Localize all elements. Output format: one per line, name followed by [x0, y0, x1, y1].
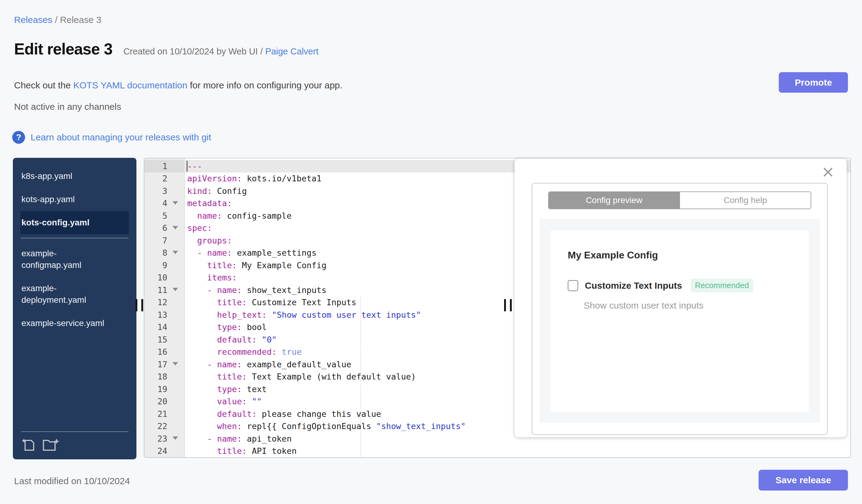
- fold-arrow-icon[interactable]: [172, 201, 178, 204]
- line-number-23[interactable]: 23: [144, 433, 184, 445]
- doc-prefix: Check out the: [14, 80, 73, 90]
- code-token: [187, 335, 217, 344]
- code-token: default:: [217, 335, 257, 344]
- fold-arrow-icon[interactable]: [172, 362, 178, 366]
- code-token: - name:: [197, 248, 232, 257]
- code-token: "": [252, 397, 262, 406]
- line-number-22[interactable]: 22: [144, 420, 184, 433]
- line-number-9[interactable]: 9: [144, 259, 184, 271]
- created-meta: Created on 10/10/2024 by Web UI / Paige …: [123, 47, 318, 56]
- code-token: bool: [242, 322, 267, 332]
- file-item-k8s-app-yaml[interactable]: k8s-app.yaml: [21, 164, 129, 188]
- save-release-button[interactable]: Save release: [759, 470, 848, 491]
- last-modified-note: Last modified on 10/10/2024: [14, 476, 130, 486]
- fold-arrow-icon[interactable]: [172, 436, 178, 440]
- code-token: [187, 285, 207, 295]
- config-panel-card: Config preview Config help My Example Co…: [532, 183, 828, 435]
- doc-line: Check out the KOTS YAML documentation fo…: [14, 80, 342, 91]
- line-number-4[interactable]: 4: [144, 197, 184, 210]
- code-line-25[interactable]: 25 type: password: [144, 457, 850, 458]
- sidebar-bottom-divider: [21, 432, 129, 432]
- add-folder-icon[interactable]: [42, 438, 59, 452]
- file-item-example-configmap-yaml[interactable]: example- configmap.yaml: [21, 242, 129, 277]
- config-item-checkbox[interactable]: [568, 280, 578, 291]
- line-number-11[interactable]: 11: [144, 284, 184, 296]
- created-by-link[interactable]: Paige Calvert: [265, 47, 318, 56]
- line-number-20[interactable]: 20: [144, 395, 184, 408]
- file-item-example-deployment-yaml[interactable]: example- deployment.yaml: [21, 277, 129, 311]
- line-number-17[interactable]: 17: [144, 358, 184, 371]
- line-number-10[interactable]: 10: [144, 271, 184, 284]
- code-token: api_token: [242, 434, 292, 443]
- line-number-2[interactable]: 2: [144, 172, 184, 185]
- fold-arrow-icon[interactable]: [172, 226, 178, 229]
- sidebar-resize-handle[interactable]: [135, 299, 143, 311]
- config-preview-card: My Example Config Customize Text Inputs …: [551, 230, 809, 412]
- code-token: name:: [197, 211, 222, 221]
- main-area: k8s-app.yamlkots-app.yamlkots-config.yam…: [0, 158, 862, 459]
- code-token: [187, 211, 197, 221]
- code-token: [187, 409, 217, 419]
- code-token: title:: [207, 261, 237, 270]
- file-list-divider: [21, 238, 129, 238]
- recommended-badge: Recommended: [691, 279, 753, 292]
- code-line-24[interactable]: 24 title: API token: [144, 445, 850, 457]
- file-item-example-service-yaml[interactable]: example-service.yaml: [21, 311, 129, 335]
- code-token: [267, 310, 272, 320]
- kots-yaml-doc-link[interactable]: KOTS YAML documentation: [73, 80, 187, 90]
- code-token: [187, 446, 217, 456]
- code-token: help_text:: [217, 310, 267, 320]
- code-token: My Example Config: [237, 261, 327, 270]
- line-number-6[interactable]: 6: [144, 222, 184, 235]
- tab-config-help[interactable]: Config help: [679, 192, 811, 209]
- code-token: kind:: [187, 186, 212, 196]
- code-text-25[interactable]: type: password: [184, 457, 850, 458]
- sidebar-icon-row: [21, 438, 129, 452]
- fold-arrow-icon[interactable]: [172, 288, 178, 291]
- code-token: [187, 297, 217, 307]
- line-number-25[interactable]: 25: [144, 457, 184, 458]
- close-icon[interactable]: [822, 167, 834, 178]
- line-number-13[interactable]: 13: [144, 308, 184, 321]
- line-number-12[interactable]: 12: [144, 296, 184, 309]
- code-token: items:: [207, 273, 237, 282]
- line-number-15[interactable]: 15: [144, 333, 184, 346]
- line-number-21[interactable]: 21: [144, 408, 184, 420]
- line-number-1[interactable]: 1: [144, 160, 184, 172]
- line-number-8[interactable]: 8: [144, 247, 184, 259]
- file-sidebar: k8s-app.yamlkots-app.yamlkots-config.yam…: [13, 158, 136, 459]
- code-token: [187, 372, 217, 381]
- line-number-7[interactable]: 7: [144, 234, 184, 247]
- line-number-24[interactable]: 24: [144, 445, 184, 457]
- code-token: please change this value: [257, 409, 381, 419]
- config-item-row: Customize Text Inputs Recommended: [568, 279, 792, 292]
- channel-status: Not active in any channels: [14, 102, 121, 112]
- tab-config-preview[interactable]: Config preview: [549, 192, 679, 209]
- line-number-14[interactable]: 14: [144, 321, 184, 334]
- config-item-help-text: Show custom user text inputs: [584, 300, 792, 311]
- file-list: k8s-app.yamlkots-app.yamlkots-config.yam…: [13, 164, 136, 335]
- add-file-icon[interactable]: [21, 438, 36, 452]
- panel-resize-handle[interactable]: [504, 299, 512, 311]
- code-text-24[interactable]: title: API token: [184, 445, 850, 457]
- code-token: kots.io/v1beta1: [242, 174, 322, 183]
- line-number-3[interactable]: 3: [144, 185, 184, 197]
- git-releases-link[interactable]: Learn about managing your releases with …: [30, 132, 211, 143]
- code-token: - name:: [207, 434, 242, 443]
- code-token: - name:: [207, 285, 242, 295]
- config-preview-panel: Config preview Config help My Example Co…: [514, 158, 847, 437]
- fold-arrow-icon[interactable]: [172, 251, 178, 254]
- line-number-18[interactable]: 18: [144, 371, 184, 383]
- code-token: title:: [217, 372, 247, 381]
- code-token: type:: [217, 322, 242, 332]
- line-number-19[interactable]: 19: [144, 383, 184, 395]
- line-number-16[interactable]: 16: [144, 346, 184, 358]
- code-token: "show_text_inputs": [376, 422, 466, 431]
- line-number-5[interactable]: 5: [144, 210, 184, 222]
- file-item-kots-config-yaml[interactable]: kots-config.yaml: [21, 211, 129, 234]
- promote-button[interactable]: Promote: [779, 72, 848, 93]
- title-row: Edit release 3 Created on 10/10/2024 by …: [14, 40, 318, 58]
- file-item-kots-app-yaml[interactable]: kots-app.yaml: [21, 188, 129, 211]
- code-token: - name:: [207, 360, 242, 369]
- breadcrumb-releases-link[interactable]: Releases: [14, 15, 52, 25]
